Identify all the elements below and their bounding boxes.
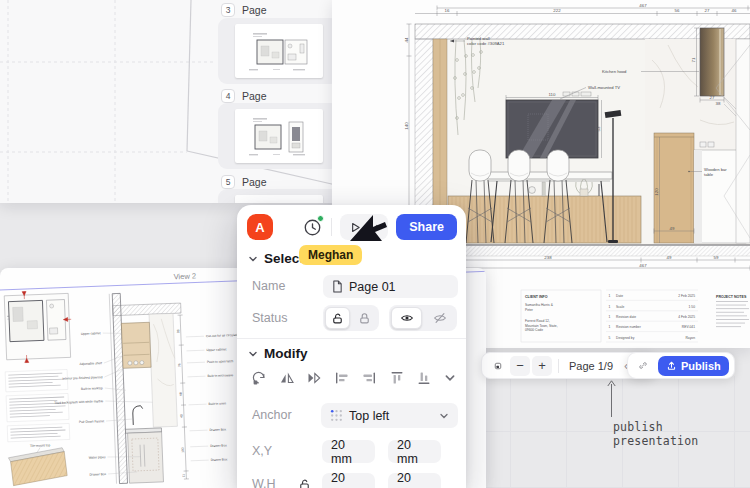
align-right-icon[interactable] [361,370,377,386]
svg-text:467: 467 [639,3,647,8]
align-left-icon[interactable] [334,370,350,386]
fit-screen-button[interactable] [488,356,508,376]
svg-text:Pull-Down Faucet: Pull-Down Faucet [79,419,104,424]
app-logo[interactable]: A [247,214,273,240]
svg-text:38: 38 [716,101,721,106]
svg-text:Built-in worktop: Built-in worktop [81,386,103,391]
svg-text:Rayon: Rayon [685,336,695,340]
align-top-icon[interactable] [389,370,405,386]
svg-text:Drawer Box: Drawer Box [89,472,106,477]
name-row: Name Page 01 [237,275,466,299]
eye-off-icon [433,311,447,325]
width-input[interactable]: 20 mm [322,473,375,488]
page-5-thumbnail[interactable] [218,189,340,203]
name-field[interactable]: Page 01 [323,275,458,298]
svg-text:110: 110 [549,92,557,97]
svg-text:222: 222 [553,8,561,13]
toolbar-divider [558,359,559,373]
history-button[interactable] [301,216,323,238]
ratio-unlock-icon[interactable] [298,478,311,488]
page-number-badge: 5 [221,175,235,189]
zoom-in-button[interactable]: + [532,356,552,376]
unlocked-option[interactable] [325,307,350,329]
thumbnail-sheet [235,195,323,203]
svg-text:Cut-out for air circulation: Cut-out for air circulation [206,333,241,338]
hidden-option[interactable] [424,307,455,329]
chevron-down-icon [439,411,449,421]
page-4-thumbnail[interactable] [218,103,340,169]
svg-text:Adjustable shelf: Adjustable shelf [79,361,102,366]
page-3-thumbnail[interactable] [218,18,340,84]
svg-text:table: table [704,172,714,177]
upload-icon [666,360,677,371]
sidebar-item-page-3[interactable]: 3 Page [221,3,267,17]
svg-text:1:50: 1:50 [689,305,696,309]
collapse-chevron-icon [248,254,258,264]
y-input[interactable]: 20 mm [388,440,441,463]
anchor-select[interactable]: Top left [321,403,458,428]
svg-text:140: 140 [404,122,409,130]
sidebar-item-page-5[interactable]: 5 Page [221,175,267,189]
modify-section-header[interactable]: Modify [248,346,308,361]
svg-text:Scale: Scale [616,305,624,309]
page-number-badge: 3 [221,3,235,17]
kitchen-right [645,28,750,243]
page-label: Page [242,90,267,102]
screenshot-stage: 3 Page [0,0,750,488]
more-tools-chevron-icon[interactable] [444,372,456,384]
canvas-screenshot: 3 Page [0,0,345,203]
wh-label: W,H [252,477,276,488]
locked-option[interactable] [352,307,377,329]
anchor-label: Anchor [252,408,292,422]
svg-text:71: 71 [691,57,696,62]
svg-text:Drawer Box: Drawer Box [209,427,226,432]
sidebar-item-page-4[interactable]: 4 Page [221,89,267,103]
svg-text:09600 Code: 09600 Code [525,328,543,332]
svg-text:4 Feb 2025: 4 Feb 2025 [678,315,695,319]
svg-text:43: 43 [179,414,183,418]
svg-text:Wall-mounted TV: Wall-mounted TV [588,85,620,90]
align-bottom-icon[interactable] [416,370,432,386]
lock-toggle [323,305,379,331]
lock-icon [358,312,371,325]
svg-text:49: 49 [670,226,675,231]
zoom-out-button[interactable]: − [510,356,530,376]
publish-button[interactable]: Publish [658,356,729,376]
svg-text:Revision number: Revision number [616,325,642,329]
collaborator-cursor-icon [347,209,391,245]
mini-floor-plan [4,289,73,363]
kitchen-section [109,291,187,484]
x-value: 20 mm [331,438,366,466]
notes-blocks [5,369,70,441]
svg-text:56: 56 [675,8,680,13]
share-button[interactable]: Share [396,214,457,240]
svg-text:238: 238 [544,255,552,260]
svg-text:49: 49 [667,255,672,260]
publish-toolbar: Publish [627,352,735,379]
svg-text:Kitchen hood: Kitchen hood [602,69,627,74]
x-input[interactable]: 20 mm [322,440,375,463]
xy-label: X,Y [252,444,272,458]
flip-vertical-icon[interactable] [306,370,322,386]
link-icon [639,358,647,373]
svg-text:color code #309A21: color code #309A21 [467,41,505,46]
flip-horizontal-icon[interactable] [279,370,295,386]
width-value: 20 mm [331,471,366,488]
svg-text:46: 46 [732,8,737,13]
svg-text:PROJECT NOTES: PROJECT NOTES [716,295,747,299]
svg-text:Push to open latch: Push to open latch [207,359,234,364]
height-input[interactable]: 20 mm [388,473,441,488]
svg-text:Date: Date [616,294,623,298]
svg-text:Forrest Road 12,: Forrest Road 12, [525,319,550,323]
svg-text:1: 1 [609,294,611,298]
fit-screen-icon [494,358,502,374]
xy-row: X,Y 20 mm 20 mm [237,440,466,464]
rotate-icon[interactable] [251,370,267,386]
svg-text:Tiled backsplash with white ma: Tiled backsplash with white marble [54,399,103,405]
page-file-icon [332,280,343,293]
collaborator-cursor-label: Meghan [299,245,362,265]
unlock-icon [331,312,344,325]
copy-link-button[interactable] [633,356,653,376]
svg-text:27: 27 [710,95,715,100]
visible-option[interactable] [391,307,422,329]
